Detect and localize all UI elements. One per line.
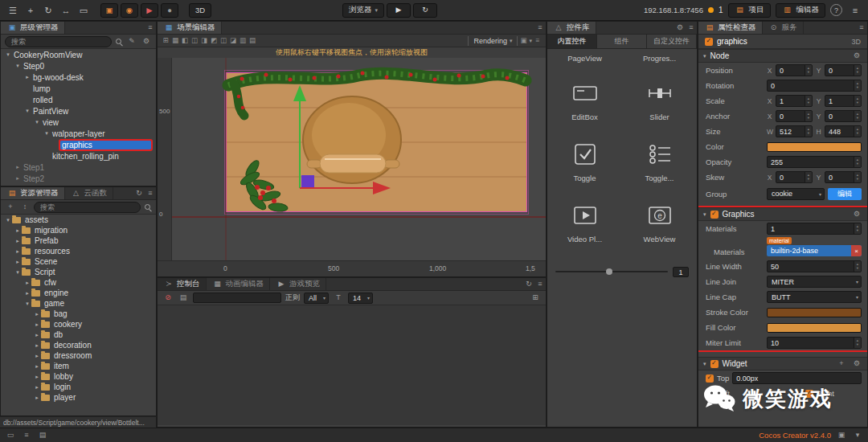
console-filter-input[interactable]: [193, 293, 281, 303]
refresh-button[interactable]: ↻: [413, 3, 437, 18]
rotation-input[interactable]: 0: [767, 80, 862, 92]
hierarchy-node-row[interactable]: ▸ Step2: [1, 173, 156, 184]
hierarchy-node-row[interactable]: lump: [1, 83, 156, 94]
align-top-icon[interactable]: ◩: [209, 37, 219, 44]
edit-group-button[interactable]: 编辑: [828, 188, 862, 200]
library-item[interactable]: Toggle: [547, 128, 622, 189]
stepper[interactable]: [854, 126, 861, 137]
node-color-swatch[interactable]: [767, 142, 862, 152]
help-button[interactable]: ?: [830, 4, 842, 16]
build-icon[interactable]: ▶: [141, 3, 158, 18]
create-asset-button[interactable]: +: [5, 203, 16, 211]
asset-row[interactable]: ▸ player: [1, 392, 156, 403]
align-middle-icon[interactable]: ◫: [219, 37, 228, 44]
expand-arrow-icon[interactable]: ▸: [14, 227, 22, 234]
library-item[interactable]: Video Pl...: [547, 189, 622, 250]
menu-icon[interactable]: ☰: [5, 3, 21, 18]
miter-limit-input[interactable]: 10: [767, 337, 862, 349]
collapse-icon[interactable]: ▾: [852, 432, 863, 439]
preview-target-dropdown[interactable]: 浏览器 ▾: [342, 3, 384, 18]
expand-arrow-icon[interactable]: ▸: [33, 311, 41, 317]
expand-arrow-icon[interactable]: ▸: [14, 175, 22, 182]
assets-search-input[interactable]: [34, 202, 141, 213]
asset-row[interactable]: ▸ Prefab: [1, 235, 156, 246]
asset-row[interactable]: ▸ cookery: [1, 319, 156, 329]
distribute-h-icon[interactable]: ▥: [238, 37, 248, 44]
gear-icon[interactable]: ⚙: [851, 360, 862, 367]
node-section-header[interactable]: ▾ Node ⚙: [698, 49, 867, 63]
regex-toggle[interactable]: 正则: [285, 293, 300, 303]
panel-menu-icon[interactable]: ≡: [534, 24, 546, 31]
tab-console[interactable]: ≻ 控制台: [158, 278, 207, 290]
asset-row[interactable]: ▸ migration: [1, 225, 156, 235]
expand-arrow-icon[interactable]: ▸: [33, 395, 41, 401]
expand-arrow-icon[interactable]: ▸: [23, 280, 31, 286]
gear-icon[interactable]: ⚙: [674, 24, 686, 31]
skew-y-input[interactable]: 0: [825, 171, 862, 183]
widget-right-checkbox[interactable]: [805, 390, 813, 398]
grid-icon[interactable]: ▦: [170, 37, 180, 44]
project-button[interactable]: ▤ 项目: [728, 3, 771, 18]
expand-arrow-icon[interactable]: ▾: [23, 301, 31, 307]
stepper[interactable]: [805, 111, 812, 121]
slider-knob[interactable]: [606, 268, 612, 275]
hierarchy-node-row[interactable]: ▾ walpaper-layer: [1, 128, 156, 139]
gizmo-plane-handle[interactable]: [301, 175, 314, 188]
snap-icon[interactable]: ⊞: [161, 37, 170, 44]
library-item[interactable]: PageView: [547, 49, 622, 67]
gear-icon[interactable]: ⚙: [851, 52, 862, 59]
hierarchy-node-row[interactable]: ▾ view: [1, 117, 156, 128]
hierarchy-node-row[interactable]: ▾ PaintView: [1, 105, 156, 117]
asset-row[interactable]: ▸ decoration: [1, 340, 156, 350]
size-h-input[interactable]: 448: [825, 125, 862, 137]
stroke-color-swatch[interactable]: [767, 308, 862, 317]
expand-arrow-icon[interactable]: ▾: [33, 119, 41, 125]
expand-arrow-icon[interactable]: ▾: [4, 217, 12, 223]
move-tool-icon[interactable]: +: [23, 3, 39, 18]
refresh-icon[interactable]: ↻: [133, 190, 145, 197]
size-w-input[interactable]: 512: [776, 125, 813, 137]
stepper[interactable]: [854, 96, 861, 106]
collapse-arrow-icon[interactable]: ▾: [703, 211, 706, 218]
hierarchy-node-row[interactable]: ▸ bg-wood-desk: [1, 72, 156, 83]
position-x-input[interactable]: 0: [776, 64, 813, 76]
stepper[interactable]: [854, 223, 861, 234]
asset-row[interactable]: ▸ engine: [1, 288, 156, 298]
record-icon[interactable]: ●: [161, 3, 178, 18]
stepper[interactable]: [854, 157, 861, 167]
expand-arrow-icon[interactable]: ▸: [33, 332, 41, 338]
plus-icon[interactable]: +: [836, 360, 847, 367]
asset-row[interactable]: ▾ assets: [1, 215, 156, 225]
skew-x-input[interactable]: 0: [776, 171, 813, 183]
zoom-slider[interactable]: [555, 271, 668, 272]
collapse-arrow-icon[interactable]: ▾: [703, 53, 706, 59]
expand-arrow-icon[interactable]: ▸: [23, 290, 31, 297]
graphics-enabled-checkbox[interactable]: [710, 211, 719, 219]
resize-corner-icon[interactable]: ▣: [836, 432, 847, 439]
tab-custom-controls[interactable]: 自定义控件: [647, 35, 697, 48]
rect-tool-icon[interactable]: ▭: [76, 3, 92, 18]
align-bottom-icon[interactable]: ◪: [228, 37, 238, 44]
camera-icon[interactable]: ▣: [518, 37, 528, 44]
widget-section-header[interactable]: ▾ Widget + ⚙: [698, 357, 867, 370]
font-size-dropdown[interactable]: 14: [348, 293, 373, 304]
panel-menu-icon[interactable]: ≡: [686, 24, 697, 31]
library-item[interactable]: Progres...: [622, 49, 697, 67]
search-icon[interactable]: [144, 203, 152, 211]
tab-service[interactable]: ⊙ 服务: [763, 22, 804, 34]
expand-arrow-icon[interactable]: ▸: [14, 248, 22, 255]
library-item[interactable]: e WebView: [622, 189, 697, 250]
rendering-dropdown[interactable]: Rendering ▾: [468, 36, 518, 46]
widget-enabled-checkbox[interactable]: [710, 360, 719, 368]
gear-icon[interactable]: ⚙: [141, 38, 152, 45]
line-join-dropdown[interactable]: MITER: [767, 276, 862, 288]
stepper[interactable]: [854, 65, 861, 76]
chevron-down-icon[interactable]: ▾: [529, 38, 532, 44]
expand-icon[interactable]: ⊞: [530, 294, 541, 301]
asset-row[interactable]: ▾ Script: [1, 267, 156, 277]
hierarchy-node-row[interactable]: graphics: [1, 139, 156, 150]
expand-arrow-icon[interactable]: ▸: [33, 374, 41, 380]
tab-hierarchy[interactable]: ▣ 层级管理器: [1, 22, 65, 34]
hierarchy-node-row[interactable]: kitchen_rolling_pin: [1, 150, 156, 162]
widget-top-input[interactable]: 0.00px: [732, 372, 862, 384]
